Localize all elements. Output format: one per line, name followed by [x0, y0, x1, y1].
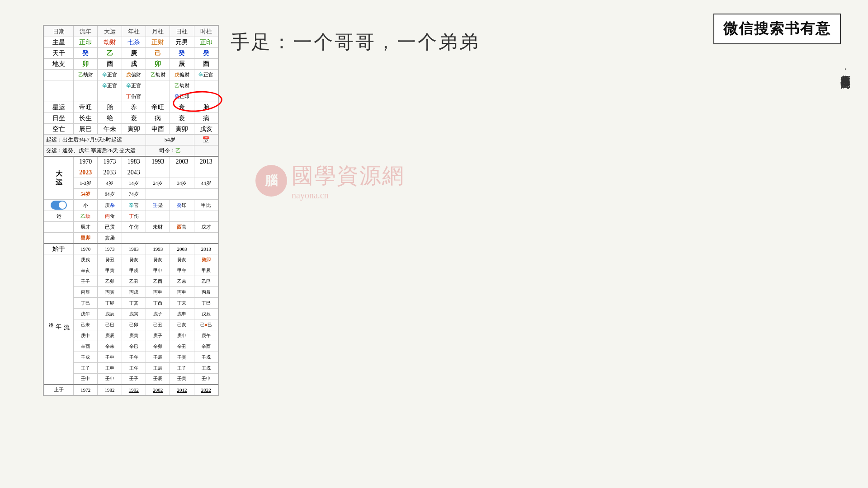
dage-6: 44岁	[194, 178, 218, 189]
ly8-2: 庚辰	[98, 330, 122, 341]
dyear-1973: 1973	[98, 156, 122, 167]
dyun-empty2	[170, 211, 194, 222]
tiangan-row: 天干 癸 乙 庚 己 癸 癸	[44, 48, 218, 59]
dxiao-3: 辛官	[122, 200, 146, 211]
ly1-1: 庚戌	[74, 254, 98, 265]
dyear-1970: 1970	[74, 156, 98, 167]
dage-7: 54岁	[74, 189, 98, 200]
tiangan-nian: 庚	[122, 48, 146, 59]
ly2-6: 甲辰	[194, 265, 218, 276]
toggle-cell[interactable]	[44, 200, 74, 211]
ly3-6: 乙巳	[194, 276, 218, 287]
ly7-4: 己丑	[146, 319, 170, 330]
canggan2-shi-empty	[194, 80, 218, 91]
canggan2-liunian-empty	[74, 80, 98, 91]
dyear-1993: 1993	[146, 156, 170, 167]
kongwang-ri: 寅卯	[170, 124, 194, 135]
ly3-1: 壬子	[74, 276, 98, 287]
col-header-rizhu: 日柱	[170, 26, 194, 37]
right-sidebar: 师承尊师京南道人·讲师金镖门易尘	[836, 68, 854, 70]
kongwang-liunian: 辰巳	[74, 124, 98, 135]
ly8-4: 庚子	[146, 330, 170, 341]
ly3-3: 乙丑	[122, 276, 146, 287]
dage-2: 4岁	[98, 178, 122, 189]
rizuo-dayun: 绝	[98, 113, 122, 124]
ly12-1: 壬申	[74, 374, 98, 385]
siling-empty	[194, 145, 218, 156]
zy-2012: 2012	[170, 385, 194, 395]
ly9-3: 辛巳	[122, 341, 146, 352]
canggan3-empty	[44, 91, 74, 102]
ly6-1: 戊午	[74, 309, 98, 319]
wechat-label: 微信搜索书有意	[723, 20, 831, 37]
ly4-4: 丙申	[146, 287, 170, 298]
dyear-empty3	[194, 167, 218, 178]
dyear-1983: 1983	[122, 156, 146, 167]
ly1-2: 癸丑	[98, 254, 122, 265]
ddz2-2: 亥枭	[98, 233, 122, 244]
ly2-1: 辛亥	[74, 265, 98, 276]
dyear-2003: 2003	[170, 156, 194, 167]
canggan1-shi: 辛正官	[194, 70, 218, 80]
kongwang-shi: 戌亥	[194, 124, 218, 135]
sy-1973: 1973	[98, 244, 122, 254]
qiyun-age: 54岁	[146, 135, 194, 145]
dxiao-4: 壬枭	[146, 200, 170, 211]
dayun-dz-row: 辰才 已贯 午仿 未财 西官 戌才	[44, 222, 218, 233]
rizuo-yue: 病	[146, 113, 170, 124]
dxiao-5: 癸印	[170, 200, 194, 211]
ly9-4: 辛卯	[146, 341, 170, 352]
ly4-6: 丙辰	[194, 287, 218, 298]
sy-1993: 1993	[146, 244, 170, 254]
canggan2-row: 辛正官 辛正官 乙劫财	[44, 80, 218, 91]
canggan2-dayun: 辛正官	[98, 80, 122, 91]
ly7-5: 己亥	[170, 319, 194, 330]
zhuxing-nian: 七杀	[122, 37, 146, 48]
tiangan-shi: 癸	[194, 48, 218, 59]
ly12-4: 壬辰	[146, 374, 170, 385]
yun-label: 运	[44, 211, 74, 222]
watermark-logo: 腦	[255, 165, 287, 197]
ly3-2: 乙卯	[98, 276, 122, 287]
toggle-switch[interactable]	[51, 201, 67, 210]
dizhi-label: 地支	[44, 59, 74, 70]
watermark-main-text: 國學資源網	[292, 161, 405, 190]
canggan3-empty5	[194, 91, 218, 102]
col-header-dayun: 大运	[98, 26, 122, 37]
jiaoyun-row: 交运：逢癸、戊年 寒露后26天 交大运 司令：乙	[44, 145, 218, 156]
qiyun-icon[interactable]: 📅	[194, 135, 218, 145]
ly8-1: 庚申	[74, 330, 98, 341]
dizhi-shi: 酉	[194, 59, 218, 70]
watermark-url: nayona.cn	[292, 190, 405, 201]
ddz-1: 辰才	[74, 222, 98, 233]
main-area: 微信搜索书有意 师承尊师京南道人·讲师金镖门易尘 手足：一个哥哥，一个弟弟 腦 …	[0, 0, 868, 488]
ly10-3: 壬午	[122, 352, 146, 363]
rizuo-liunian: 长生	[74, 113, 98, 124]
ly2-2: 甲寅	[98, 265, 122, 276]
dage-1: 1-3岁	[74, 178, 98, 189]
ly11-2: 王申	[98, 363, 122, 374]
bazi-container: 日期 流年 大运 年柱 月柱 日柱 时柱 主星 正印 劫财 七杀 正财 元男 正…	[43, 25, 219, 396]
dizhi-nian: 戌	[122, 59, 146, 70]
ddz-5: 西官	[170, 222, 194, 233]
ly5-1: 丁巳	[74, 298, 98, 309]
zhuxing-shi: 正印	[194, 37, 218, 48]
kongwang-nian: 寅卯	[122, 124, 146, 135]
ly1-3: 癸亥	[122, 254, 146, 265]
xingyun-dayun: 胎	[98, 102, 122, 113]
dizhi-row: 地支 卯 酉 戌 卯 辰 酉	[44, 59, 218, 70]
ly9-5: 辛丑	[170, 341, 194, 352]
ly10-2: 壬申	[98, 352, 122, 363]
sidebar-text: 师承尊师京南道人·讲师金镖门易尘	[836, 68, 854, 70]
ly10-4: 壬辰	[146, 352, 170, 363]
ddz2-1: 癸卯	[74, 233, 98, 244]
bazi-table: 日期 流年 大运 年柱 月柱 日柱 时柱 主星 正印 劫财 七杀 正财 元男 正…	[44, 26, 218, 395]
canggan1-dayun: 辛正官	[98, 70, 122, 80]
ly4-5: 丙申	[170, 287, 194, 298]
canggan2-yue-empty	[146, 80, 170, 91]
xingyun-label: 星运	[44, 102, 74, 113]
dizhi-yue: 卯	[146, 59, 170, 70]
ddz2-empty	[122, 233, 218, 244]
zy-1972: 1972	[74, 385, 98, 395]
ly7-2: 己巳	[98, 319, 122, 330]
